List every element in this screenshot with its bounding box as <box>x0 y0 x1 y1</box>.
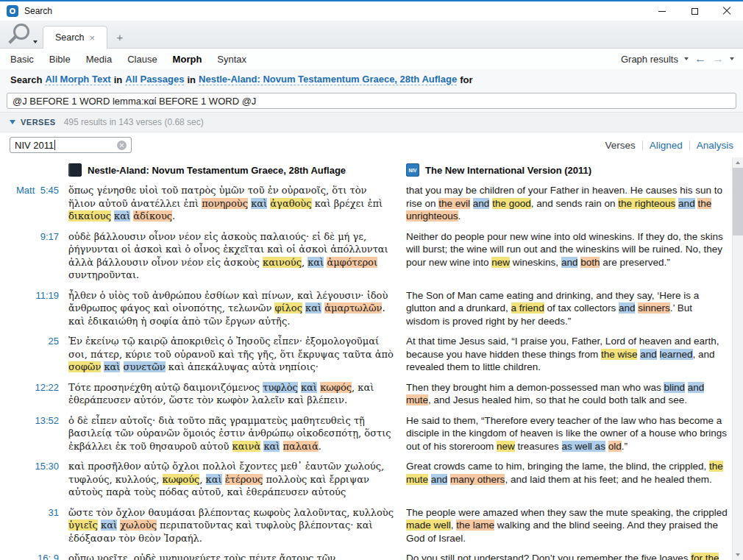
verse-text-segment: Then they brought him a demon-possessed … <box>406 382 664 393</box>
scrollbar-thumb[interactable] <box>733 168 743 235</box>
greek-verse-text: ἦλθεν ὁ υἱὸς τοῦ ἀνθρώπου ἐσθίων καὶ πίν… <box>68 289 397 328</box>
search-icon <box>13 24 29 40</box>
verse-reference[interactable]: 13:52 <box>0 414 59 453</box>
search-hit-orange: πονηροὺς <box>202 198 248 209</box>
mode-media[interactable]: Media <box>86 54 112 65</box>
verse-text-segment: Τότε προσηνέχθη αὐτῷ δαιμονιζόμενος <box>68 382 263 393</box>
close-button[interactable] <box>711 1 743 21</box>
view-verses[interactable]: Verses <box>605 140 635 151</box>
verse-reference[interactable]: 11:19 <box>0 289 59 328</box>
verse-row[interactable]: 15:30καὶ προσῆλθον αὐτῷ ὄχλοι πολλοὶ ἔχο… <box>0 460 728 499</box>
verse-text-segment: treasures <box>515 441 562 452</box>
search-hit-blue: and <box>431 474 448 485</box>
graph-results-button[interactable]: Graph results <box>621 54 678 65</box>
history-caret-icon[interactable] <box>730 57 734 60</box>
greek-verse-text: οὔπω νοεῖτε, οὐδὲ μνημονεύετε τοὺς πέντε… <box>68 552 397 560</box>
verse-row[interactable]: Matt5:45ὅπως γένησθε υἱοὶ τοῦ πατρὸς ὑμῶ… <box>0 184 728 223</box>
verse-text-segment: . <box>458 210 461 221</box>
filter-row: NIV 2011 Verses Aligned Analysis <box>0 132 743 157</box>
search-hit-orange: mute <box>406 394 428 405</box>
mode-basic[interactable]: Basic <box>10 54 34 65</box>
maximize-button[interactable] <box>678 1 711 21</box>
search-hit-blue: and <box>678 198 695 209</box>
chapter-verse: 31 <box>49 506 59 545</box>
verse-row[interactable]: 16: 9οὔπω νοεῖτε, οὐδὲ μνημονεύετε τοὺς … <box>0 552 728 560</box>
mode-morph[interactable]: Morph <box>173 54 202 65</box>
verse-reference[interactable]: 31 <box>0 506 59 545</box>
view-aligned[interactable]: Aligned <box>650 140 683 151</box>
chapter-verse: 11:19 <box>35 289 59 328</box>
disclosure-triangle-icon[interactable] <box>10 120 15 124</box>
tab-close-icon[interactable]: × <box>90 33 96 43</box>
verse-row[interactable]: 13:52ὁ δὲ εἶπεν αὐτοῖς· διὰ τοῦτο πᾶς γρ… <box>0 414 728 453</box>
english-verse-text: At that time Jesus said, “I praise you, … <box>406 335 728 374</box>
search-text-link[interactable]: Nestle-Aland: Novum Testamentum Graece, … <box>199 74 457 85</box>
book-name <box>16 230 40 282</box>
search-tool-caret-icon[interactable] <box>33 40 38 43</box>
verse-reference[interactable]: 15:30 <box>0 460 59 499</box>
search-tool-button[interactable] <box>9 23 41 48</box>
verse-row[interactable]: 31ὥστε τὸν ὄχλον θαυμάσαι βλέποντας κωφο… <box>0 506 728 545</box>
greek-verse-text: ὁ δὲ εἶπεν αὐτοῖς· διὰ τοῦτο πᾶς γραμματ… <box>68 414 397 453</box>
search-field-link[interactable]: All Morph Text <box>45 74 110 85</box>
close-icon <box>722 7 731 15</box>
verse-row[interactable]: 12:22Τότε προσηνέχθη αὐτῷ δαιμονιζόμενος… <box>0 381 728 407</box>
verse-row[interactable]: 11:19ἦλθεν ὁ υἱὸς τοῦ ἀνθρώπου ἐσθίων κα… <box>0 289 728 328</box>
view-switcher: Verses Aligned Analysis <box>605 140 733 151</box>
verse-text-segment: of tax collectors <box>544 302 619 313</box>
book-name <box>16 506 49 545</box>
minimize-button[interactable] <box>646 1 678 21</box>
greek-column-header[interactable]: Nestle-Aland: Novum Testamentum Graece, … <box>68 163 397 177</box>
greek-column-title: Nestle-Aland: Novum Testamentum Graece, … <box>88 165 346 176</box>
english-column-header[interactable]: NIV The New International Version (2011) <box>406 163 728 177</box>
verse-row[interactable]: 25Ἐν ἐκείνῳ τῷ καιρῷ ἀποκριθεὶς ὁ Ἰησοῦς… <box>0 335 728 374</box>
vertical-scrollbar[interactable] <box>732 157 743 560</box>
new-tab-button[interactable]: + <box>107 26 132 49</box>
chapter-verse: 9:17 <box>40 230 59 282</box>
filter-input[interactable]: NIV 2011 <box>10 137 132 153</box>
verse-text-segment: , <box>302 257 307 268</box>
back-button[interactable]: ← <box>694 53 706 65</box>
mode-bible[interactable]: Bible <box>49 54 71 65</box>
search-hit-orange: old <box>608 441 622 452</box>
english-verse-text: Then they brought him a demon-possessed … <box>406 381 728 407</box>
search-hit-yellow: the good <box>492 198 531 209</box>
book-name: Matt <box>16 184 40 223</box>
criteria-for-label: for <box>460 74 472 85</box>
criteria-in-label-1: in <box>114 74 123 85</box>
search-criteria-bar: Search All Morph Text in All Passages in… <box>0 69 743 90</box>
column-headers: Nestle-Aland: Novum Testamentum Graece, … <box>0 163 728 177</box>
verse-reference[interactable]: 16: 9 <box>0 552 59 560</box>
view-analysis[interactable]: Analysis <box>697 140 733 151</box>
minimize-icon <box>658 11 666 12</box>
search-hit-yellow: new <box>497 441 515 452</box>
mode-syntax[interactable]: Syntax <box>217 54 246 65</box>
mode-clause[interactable]: Clause <box>127 54 157 65</box>
search-hit-orange: παλαιά <box>283 441 319 452</box>
verse-reference[interactable]: 25 <box>0 335 59 374</box>
verse-reference[interactable]: 12:22 <box>0 381 59 407</box>
verse-reference[interactable]: 9:17 <box>0 230 59 282</box>
criteria-in-label-2: in <box>187 74 196 85</box>
search-hit-blue: καὶ <box>251 198 267 209</box>
clear-filter-icon[interactable] <box>117 141 127 150</box>
book-name <box>16 460 35 499</box>
search-hit-yellow: a friend <box>511 302 544 313</box>
search-hit-blue: καὶ <box>206 474 222 485</box>
scroll-down-icon[interactable] <box>733 550 743 560</box>
search-range-link[interactable]: All Passages <box>125 74 184 85</box>
forward-button[interactable]: → <box>712 53 724 65</box>
graph-results-caret-icon[interactable] <box>684 57 689 60</box>
verse-text-segment <box>280 441 282 452</box>
gnt-module-icon <box>68 163 82 177</box>
verse-reference[interactable]: Matt5:45 <box>0 184 59 223</box>
chapter-verse: 5:45 <box>40 184 59 223</box>
scroll-up-icon[interactable] <box>733 157 743 168</box>
verse-row[interactable]: 9:17οὐδὲ βάλλουσιν οἶνον νέον εἰς ἀσκοὺς… <box>0 230 728 282</box>
search-hit-yellow: καινὰ <box>232 441 261 452</box>
search-query-input[interactable] <box>7 93 736 109</box>
english-verse-text: The Son of Man came eating and drinking,… <box>406 289 728 328</box>
window-title: Search <box>24 6 52 16</box>
book-name <box>16 552 38 560</box>
tab-search[interactable]: Search × <box>43 26 107 49</box>
